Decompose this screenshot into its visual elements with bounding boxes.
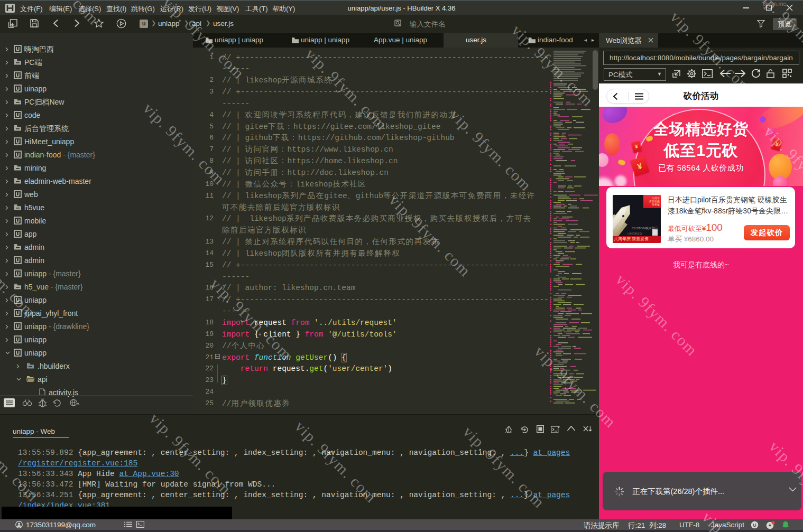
svg-text:U: U: [753, 522, 756, 528]
